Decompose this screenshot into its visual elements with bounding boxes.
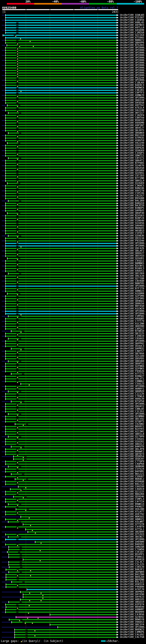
hit-bar — [16, 60, 18, 60]
hit-bar — [20, 619, 22, 620]
end-arrow-icon — [117, 360, 118, 362]
end-arrow-icon — [117, 252, 118, 254]
gap-triangle-icon — [17, 362, 18, 363]
lead-line — [2, 271, 5, 272]
gap-triangle-icon — [22, 497, 24, 498]
end-arrow-icon — [117, 52, 118, 54]
hit-bar — [16, 364, 18, 364]
hit-bar — [16, 351, 18, 351]
hit-bar — [16, 220, 18, 221]
lead-line — [2, 30, 5, 30]
hit-bar — [6, 346, 16, 347]
lead-line — [2, 115, 5, 116]
label-connector — [118, 85, 120, 86]
label-connector — [118, 366, 120, 366]
hit-bar — [6, 396, 16, 397]
hit-bar — [22, 622, 25, 622]
lead-line — [2, 160, 5, 161]
hit-bar — [25, 632, 28, 632]
lead-line — [2, 250, 5, 251]
hit-bar — [18, 243, 118, 244]
end-arrow-icon — [117, 42, 118, 44]
hit-bar — [7, 105, 18, 106]
lead-line — [2, 316, 8, 317]
hit-bar — [16, 148, 18, 148]
lead-line — [2, 537, 8, 537]
hit-bar — [16, 283, 18, 284]
lead-line — [2, 516, 20, 517]
gap-triangle-icon — [17, 68, 18, 70]
gap-triangle-icon — [17, 467, 18, 468]
lead-line — [2, 496, 13, 497]
gap-triangle-icon — [40, 600, 42, 601]
label-connector — [118, 271, 120, 271]
gap-triangle-icon — [17, 442, 18, 443]
hit-bar — [6, 163, 16, 164]
end-arrow-icon — [117, 473, 118, 475]
gap-triangle-icon — [25, 510, 26, 511]
hit-bar — [17, 607, 19, 607]
gap-triangle-icon — [17, 500, 18, 501]
hit-bar — [16, 431, 18, 432]
hit-bar — [24, 474, 118, 475]
hit-bar — [6, 110, 16, 111]
gap-triangle-icon — [30, 575, 31, 576]
hit-bar — [18, 363, 118, 364]
hit-bar — [18, 283, 118, 284]
end-arrow-icon — [117, 528, 118, 530]
end-arrow-icon — [117, 14, 118, 16]
hit-bar — [6, 428, 16, 430]
hit-bar — [18, 293, 20, 294]
hit-bar — [28, 629, 118, 630]
hit-bar — [6, 145, 16, 146]
ruler-end-label: 243| — [105, 10, 119, 14]
end-arrow-icon — [117, 130, 118, 131]
hit-bar — [28, 632, 118, 633]
gap-triangle-icon — [17, 432, 18, 433]
hit-bar — [6, 398, 16, 400]
hit-bar — [6, 248, 16, 249]
end-arrow-icon — [117, 29, 118, 31]
hit-bar — [16, 358, 18, 359]
hit-bar — [16, 326, 18, 326]
label-connector — [118, 45, 120, 46]
gap-triangle-icon — [17, 111, 18, 112]
hit-bar — [18, 534, 118, 535]
lead-line — [2, 386, 5, 387]
lead-line — [2, 612, 5, 612]
lead-line — [2, 476, 5, 477]
hit-bar — [19, 316, 21, 316]
hit-bar — [21, 466, 118, 467]
lead-line — [2, 441, 5, 442]
hit-bar — [6, 122, 16, 124]
hit-bar — [20, 293, 118, 294]
end-arrow-icon — [117, 114, 118, 116]
hit-bar — [18, 135, 118, 136]
lead-line — [2, 216, 5, 216]
hit-bar — [18, 140, 118, 141]
hit-label[interactable]: UniRef100_C4LTS8 — [120, 636, 144, 638]
gap-triangle-icon — [20, 349, 22, 350]
gap-triangle-icon — [17, 58, 18, 60]
lead-line — [2, 371, 5, 372]
hit-bar — [16, 150, 18, 151]
end-arrow-icon — [117, 17, 118, 18]
hit-bar — [18, 454, 118, 455]
label-connector — [118, 316, 120, 316]
end-arrow-icon — [117, 205, 118, 206]
hit-bar — [16, 22, 18, 23]
hit-bar — [6, 168, 16, 169]
hit-bar — [18, 308, 118, 309]
end-arrow-icon — [117, 604, 118, 606]
gap-triangle-icon — [32, 622, 33, 624]
hit-bar — [23, 559, 118, 560]
hit-bar — [6, 243, 16, 244]
label-connector — [118, 95, 120, 96]
lead-line — [2, 331, 11, 332]
end-arrow-icon — [117, 167, 118, 169]
label-connector — [118, 506, 120, 507]
end-arrow-icon — [117, 370, 118, 372]
hit-bar — [18, 476, 118, 477]
hit-bar — [16, 230, 18, 231]
lead-line — [2, 190, 5, 191]
